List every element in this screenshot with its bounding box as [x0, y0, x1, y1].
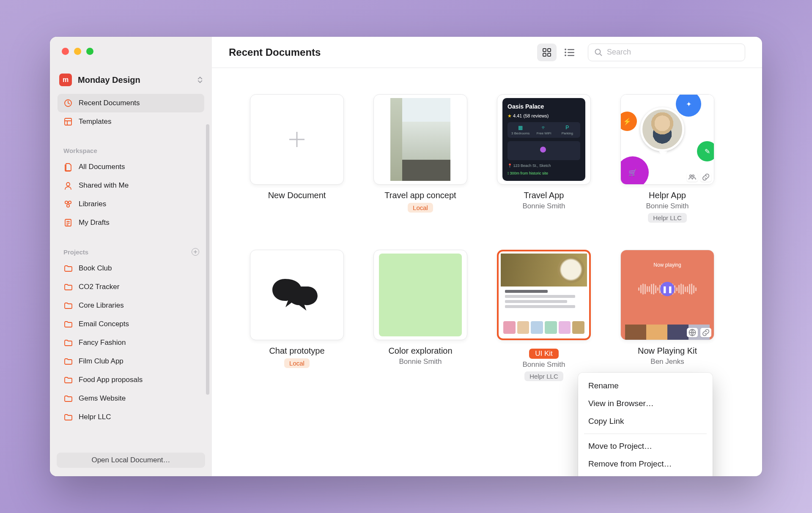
document-author: Ben Jenks [650, 357, 684, 366]
document-thumbnail[interactable]: Now playing❚❚ [620, 250, 714, 340]
updown-chevrons-icon [198, 76, 203, 83]
menu-item-rename[interactable]: Rename [578, 377, 713, 395]
sidebar-item-film-club-app[interactable]: Film Club App [58, 352, 204, 371]
people-icon [687, 172, 698, 182]
folder-icon [63, 357, 73, 366]
add-project-button[interactable] [192, 248, 199, 256]
document-thumbnail[interactable]: Oasis Palace★ 4.41 (58 reviews) ▦3 Bedro… [497, 94, 591, 185]
docs-icon [63, 162, 73, 172]
search-input[interactable]: Search [588, 44, 745, 61]
sidebar-item-libraries[interactable]: Libraries [58, 195, 204, 213]
document-thumbnail[interactable] [250, 250, 344, 340]
svg-point-17 [595, 49, 601, 54]
document-thumbnail[interactable] [373, 94, 467, 185]
document-author: Bonnie Smith [522, 360, 565, 369]
close-window-button[interactable] [62, 48, 69, 55]
grid-icon [542, 47, 552, 57]
sidebar-item-helpr-llc[interactable]: Helpr LLC [58, 408, 204, 426]
document-card[interactable]: Travel app conceptLocal [373, 94, 467, 223]
document-card[interactable]: Color explorationBonnie Smith [373, 250, 467, 381]
grid-view-button[interactable] [537, 44, 557, 61]
sidebar-item-label: Shared with Me [79, 181, 129, 190]
document-card[interactable]: Chat prototypeLocal [250, 250, 344, 381]
scrollbar[interactable] [206, 124, 209, 395]
svg-point-11 [565, 49, 566, 50]
org-badge: Helpr LLC [648, 213, 687, 223]
org-badge: Helpr LLC [524, 371, 563, 381]
app-window: m Monday Design Recent Documents Templat… [50, 37, 762, 476]
sidebar-item-label: Helpr LLC [79, 413, 111, 421]
document-card[interactable]: New Document [250, 94, 344, 223]
search-placeholder: Search [607, 48, 631, 57]
menu-item-move-to-project[interactable]: Move to Project… [578, 437, 713, 455]
sidebar-item-all-documents[interactable]: All Documents [58, 158, 204, 176]
folder-icon [63, 394, 73, 403]
libraries-icon [63, 199, 73, 209]
document-title: Now Playing Kit [638, 346, 697, 356]
sidebar-item-label: Fancy Fashion [79, 338, 126, 347]
minimize-window-button[interactable] [74, 48, 81, 55]
document-card[interactable]: ✦⚡✎🛒Helpr AppBonnie SmithHelpr LLC [620, 94, 714, 223]
context-menu: RenameView in Browser…Copy LinkMove to P… [578, 373, 713, 476]
sidebar-item-fancy-fashion[interactable]: Fancy Fashion [58, 333, 204, 352]
sidebar-item-book-club[interactable]: Book Club [58, 259, 204, 278]
sidebar-item-label: Libraries [79, 200, 106, 208]
svg-rect-7 [543, 49, 546, 52]
zoom-window-button[interactable] [86, 48, 93, 55]
sidebar-item-email-concepts[interactable]: Email Concepts [58, 315, 204, 333]
team-logo: m [59, 74, 72, 86]
svg-rect-16 [568, 55, 574, 56]
document-thumbnail[interactable] [250, 94, 344, 185]
team-switcher[interactable]: m Monday Design [59, 74, 203, 86]
menu-item-remove-from-project[interactable]: Remove from Project… [578, 455, 713, 473]
local-badge: Local [284, 358, 310, 368]
sidebar-item-my-drafts[interactable]: My Drafts [58, 213, 204, 232]
document-author: Bonnie Smith [399, 357, 442, 366]
document-card[interactable]: UI KitBonnie SmithHelpr LLC [497, 250, 591, 381]
sidebar-item-recent-documents[interactable]: Recent Documents [58, 94, 204, 112]
document-thumbnail[interactable]: ✦⚡✎🛒 [620, 94, 714, 185]
open-local-document-button[interactable]: Open Local Document… [57, 453, 205, 468]
sidebar-item-label: Templates [79, 117, 111, 126]
svg-rect-10 [548, 53, 551, 56]
folder-icon [63, 412, 73, 422]
sidebar-item-label: Film Club App [79, 357, 123, 366]
sidebar-item-co2-tracker[interactable]: CO2 Tracker [58, 278, 204, 296]
document-title: UI Kit [529, 346, 559, 359]
sidebar-item-shared-with-me[interactable]: Shared with Me [58, 176, 204, 195]
document-title: Helpr App [649, 191, 686, 200]
link-icon [700, 172, 711, 182]
sidebar-item-core-libraries[interactable]: Core Libraries [58, 296, 204, 315]
sidebar-item-label: CO2 Tracker [79, 283, 119, 291]
document-thumbnail[interactable] [373, 250, 467, 340]
sidebar-scroll: Recent Documents Templates Workspace All… [50, 94, 212, 448]
document-card[interactable]: Oasis Palace★ 4.41 (58 reviews) ▦3 Bedro… [497, 94, 591, 223]
menu-separator [584, 434, 707, 434]
svg-point-2 [66, 183, 70, 186]
document-title: Chat prototype [269, 346, 324, 356]
svg-rect-9 [543, 53, 546, 56]
sidebar-item-label: Email Concepts [79, 320, 129, 328]
menu-item-view-in-browser[interactable]: View in Browser… [578, 395, 713, 412]
sidebar-item-label: Book Club [79, 264, 112, 273]
sidebar-item-templates[interactable]: Templates [58, 112, 204, 131]
document-title: Travel app concept [384, 191, 456, 200]
svg-rect-8 [548, 49, 551, 52]
list-icon [564, 48, 575, 57]
drafts-icon [63, 218, 73, 227]
folder-icon [63, 319, 73, 329]
view-toggle [537, 44, 579, 61]
sidebar-item-gems-website[interactable]: Gems Website [58, 389, 204, 408]
document-thumbnail[interactable] [497, 250, 591, 340]
sidebar-item-food-app-proposals[interactable]: Food App proposals [58, 371, 204, 389]
document-card[interactable]: Now playing❚❚Now Playing KitBen Jenks [620, 250, 714, 381]
list-view-button[interactable] [560, 44, 579, 61]
sidebar-item-label: All Documents [79, 163, 125, 171]
svg-rect-1 [65, 118, 71, 125]
folder-icon [63, 375, 73, 385]
svg-rect-14 [568, 52, 574, 53]
folder-icon [63, 264, 73, 273]
menu-item-copy-link[interactable]: Copy Link [578, 412, 713, 430]
svg-point-3 [65, 201, 68, 204]
svg-point-5 [67, 205, 69, 207]
